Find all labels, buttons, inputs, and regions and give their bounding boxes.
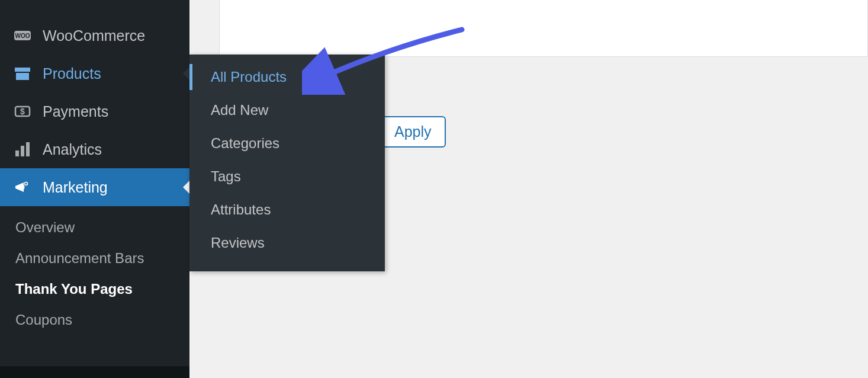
- sidebar-label-marketing: Marketing: [43, 179, 176, 196]
- submenu-item-announcement-bars[interactable]: Announcement Bars: [0, 243, 189, 274]
- submenu-item-overview[interactable]: Overview: [0, 212, 189, 243]
- flyout-item-add-new[interactable]: Add New: [189, 94, 385, 127]
- submenu-item-thank-you-pages[interactable]: Thank You Pages: [0, 274, 189, 305]
- sidebar-label-payments: Payments: [43, 103, 176, 120]
- woocommerce-icon: WOO: [13, 26, 32, 45]
- svg-rect-8: [26, 142, 30, 156]
- sidebar-label-woocommerce: WooCommerce: [43, 27, 176, 44]
- sidebar-item-products[interactable]: Products: [0, 55, 189, 92]
- sidebar-item-woocommerce[interactable]: WOO WooCommerce: [0, 17, 189, 55]
- sidebar-label-products: Products: [43, 65, 176, 82]
- sidebar-item-marketing[interactable]: Marketing: [0, 168, 189, 206]
- megaphone-icon: [13, 178, 32, 197]
- flyout-item-attributes[interactable]: Attributes: [189, 193, 385, 226]
- sidebar-item-analytics[interactable]: Analytics: [0, 130, 189, 168]
- products-flyout-menu: All Products Add New Categories Tags Att…: [189, 55, 385, 271]
- flyout-item-categories[interactable]: Categories: [189, 127, 385, 160]
- archive-icon: [13, 64, 32, 83]
- svg-rect-6: [15, 150, 19, 156]
- svg-rect-7: [21, 146, 24, 156]
- flyout-item-tags[interactable]: Tags: [189, 160, 385, 193]
- marketing-submenu: Overview Announcement Bars Thank You Pag…: [0, 206, 189, 341]
- svg-point-9: [25, 182, 28, 185]
- admin-sidebar: WOO WooCommerce Products $ Payments Anal…: [0, 0, 189, 378]
- svg-rect-3: [16, 73, 29, 80]
- svg-text:$: $: [20, 107, 25, 116]
- svg-text:WOO: WOO: [15, 33, 30, 39]
- content-panel: [219, 0, 868, 57]
- submenu-item-coupons[interactable]: Coupons: [0, 305, 189, 335]
- svg-rect-2: [15, 68, 30, 72]
- chart-icon: [13, 140, 32, 159]
- apply-button[interactable]: Apply: [380, 116, 446, 148]
- dollar-icon: $: [13, 102, 32, 121]
- flyout-item-all-products[interactable]: All Products: [189, 60, 385, 94]
- sidebar-footer-strip: [0, 366, 189, 378]
- sidebar-item-payments[interactable]: $ Payments: [0, 92, 189, 130]
- flyout-item-reviews[interactable]: Reviews: [189, 226, 385, 260]
- sidebar-label-analytics: Analytics: [43, 141, 176, 158]
